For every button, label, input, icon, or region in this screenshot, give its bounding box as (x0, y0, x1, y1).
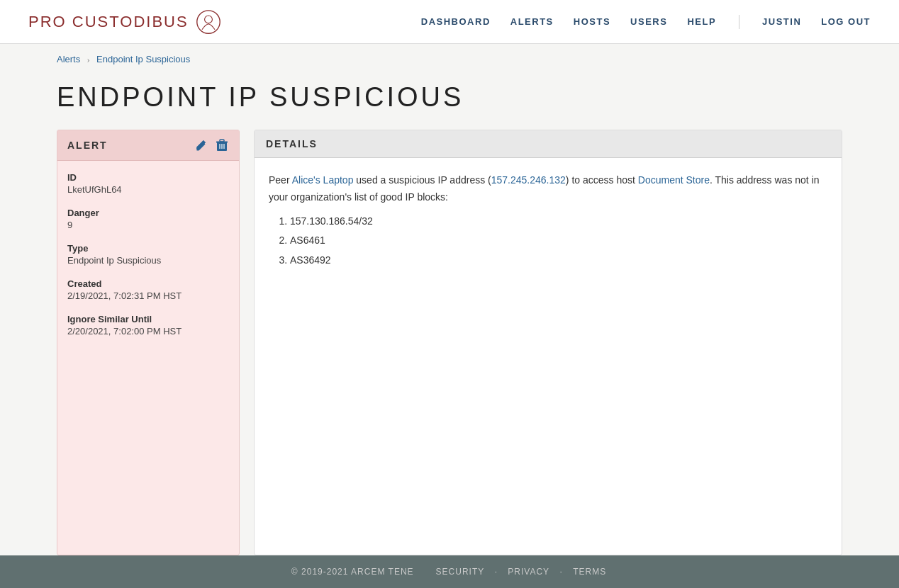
footer-separator-1 (423, 567, 425, 577)
site-header: PRO CUSTODIBUS DASHBOARD ALERTS HOSTS US… (0, 0, 899, 44)
field-danger-label: Danger (67, 208, 229, 218)
alert-card-body: ID LketUfGhL64 Danger 9 Type Endpoint Ip… (57, 161, 239, 361)
details-card-header: DETAILS (255, 130, 842, 158)
brand-icon (196, 9, 221, 35)
footer-security[interactable]: SECURITY (436, 567, 485, 577)
list-item: 157.130.186.54/32 (290, 213, 827, 230)
footer-terms[interactable]: TERMS (573, 567, 606, 577)
delete-button[interactable] (215, 137, 229, 153)
alert-card: ALERT (57, 130, 240, 555)
field-danger: Danger 9 (67, 208, 229, 230)
breadcrumb-separator: › (86, 54, 89, 64)
field-ignore-label: Ignore Similar Until (67, 314, 229, 324)
field-created: Created 2/19/2021, 7:02:31 PM HST (67, 278, 229, 301)
peer-link[interactable]: Alice's Laptop (292, 174, 354, 186)
field-type-value: Endpoint Ip Suspicious (67, 255, 229, 266)
footer-copyright: © 2019-2021 ARCEM TENE (291, 567, 414, 577)
field-id-label: ID (67, 172, 229, 183)
field-type: Type Endpoint Ip Suspicious (67, 243, 229, 266)
footer-dot-1: · (495, 567, 498, 577)
nav-help[interactable]: HELP (687, 16, 716, 27)
breadcrumb-current: Endpoint Ip Suspicious (96, 54, 190, 64)
alert-card-header: ALERT (57, 130, 239, 161)
nav-users[interactable]: USERS (630, 16, 667, 27)
field-id: ID LketUfGhL64 (67, 172, 229, 195)
ip-link[interactable]: 157.245.246.132 (491, 174, 566, 186)
field-id-value: LketUfGhL64 (67, 184, 229, 195)
nav-alerts[interactable]: ALERTS (510, 16, 554, 27)
ip-blocks-list: 157.130.186.54/32 AS6461 AS36492 (290, 213, 827, 269)
desc-prefix: Peer (269, 174, 292, 186)
details-card-body: Peer Alice's Laptop used a suspicious IP… (255, 158, 842, 286)
footer-privacy[interactable]: PRIVACY (508, 567, 549, 577)
alert-card-title: ALERT (67, 140, 108, 151)
breadcrumb: Alerts › Endpoint Ip Suspicious (0, 44, 899, 75)
svg-point-1 (204, 16, 212, 23)
details-card: DETAILS Peer Alice's Laptop used a suspi… (254, 130, 842, 555)
logo-area: PRO CUSTODIBUS (28, 9, 221, 35)
svg-point-0 (196, 10, 219, 33)
footer-dot-2: · (559, 567, 562, 577)
page-title: ENDPOINT IP SUSPICIOUS (0, 75, 899, 130)
field-ignore: Ignore Similar Until 2/20/2021, 7:02:00 … (67, 314, 229, 337)
host-link[interactable]: Document Store (638, 174, 710, 186)
nav-dashboard[interactable]: DASHBOARD (421, 16, 491, 27)
site-footer: © 2019-2021 ARCEM TENE SECURITY · PRIVAC… (0, 555, 899, 588)
details-card-title: DETAILS (266, 138, 318, 149)
svg-rect-4 (216, 142, 228, 143)
nav-logout[interactable]: LOG OUT (821, 16, 871, 27)
nav-hosts[interactable]: HOSTS (574, 16, 610, 27)
alert-card-actions (194, 137, 229, 153)
edit-button[interactable] (194, 138, 208, 152)
nav-divider (739, 15, 739, 29)
desc-middle: used a suspicious IP address ( (353, 174, 491, 186)
nav-user[interactable]: JUSTIN (762, 16, 801, 27)
trash-icon (216, 139, 228, 152)
brand-name: PRO CUSTODIBUS (28, 13, 189, 31)
main-nav: DASHBOARD ALERTS HOSTS USERS HELP JUSTIN… (421, 15, 871, 29)
field-danger-value: 9 (67, 220, 229, 230)
list-item: AS6461 (290, 232, 827, 249)
list-item: AS36492 (290, 252, 827, 269)
edit-icon (195, 140, 206, 151)
main-content: ALERT (0, 130, 899, 555)
field-ignore-value: 2/20/2021, 7:02:00 PM HST (67, 326, 229, 337)
field-type-label: Type (67, 243, 229, 254)
breadcrumb-parent[interactable]: Alerts (57, 54, 80, 64)
field-created-label: Created (67, 278, 229, 289)
details-description: Peer Alice's Laptop used a suspicious IP… (269, 172, 827, 206)
field-created-value: 2/19/2021, 7:02:31 PM HST (67, 290, 229, 301)
desc-after-ip: ) to access host (566, 174, 638, 186)
